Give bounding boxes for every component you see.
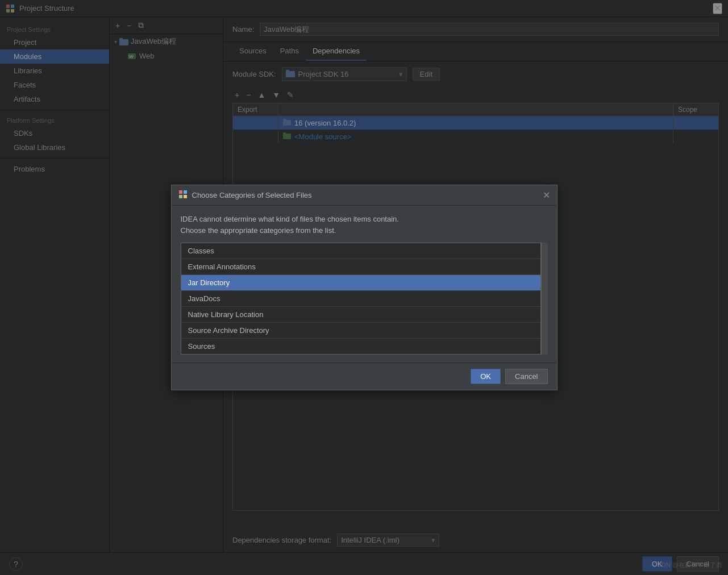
dialog-ok-button[interactable]: OK	[471, 369, 501, 384]
list-scrollbar[interactable]	[541, 243, 548, 355]
dialog-body: IDEA cannot determine what kind of files…	[172, 206, 557, 363]
dialog-title: Choose Categories of Selected Files	[192, 191, 312, 199]
dialog-list-container: Classes External Annotations Jar Directo…	[181, 243, 548, 355]
dialog-footer: OK Cancel	[172, 363, 557, 390]
list-item-javadocs[interactable]: JavaDocs	[181, 291, 540, 307]
dialog-title-bar: Choose Categories of Selected Files ✕	[172, 185, 557, 206]
list-item-external-annotations[interactable]: External Annotations	[181, 259, 540, 275]
dialog-cancel-button[interactable]: Cancel	[505, 369, 547, 384]
list-item-source-archive[interactable]: Source Archive Directory	[181, 323, 540, 339]
modal-overlay: Choose Categories of Selected Files ✕ ID…	[0, 0, 728, 575]
list-item-sources[interactable]: Sources	[181, 339, 540, 354]
svg-rect-15	[184, 190, 187, 194]
svg-rect-14	[179, 190, 182, 194]
svg-rect-17	[184, 195, 187, 198]
categories-list: Classes External Annotations Jar Directo…	[181, 243, 541, 355]
list-item-native-library[interactable]: Native Library Location	[181, 307, 540, 323]
dialog-close-button[interactable]: ✕	[543, 191, 550, 200]
dialog-icon	[178, 190, 188, 201]
dialog-description: IDEA cannot determine what kind of files…	[181, 214, 548, 236]
choose-categories-dialog: Choose Categories of Selected Files ✕ ID…	[171, 185, 558, 390]
list-item-classes[interactable]: Classes	[181, 243, 540, 259]
svg-rect-16	[179, 195, 182, 198]
list-item-jar-directory[interactable]: Jar Directory	[181, 275, 540, 291]
